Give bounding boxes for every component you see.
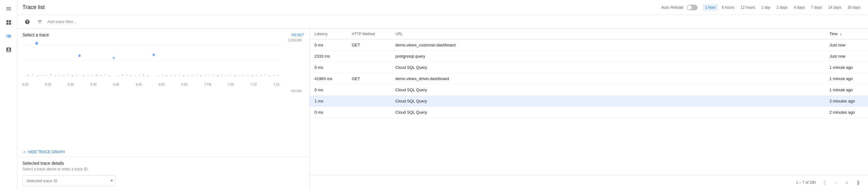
table-row[interactable]: 0 ms Cloud SQL Query 1 minute ago — [310, 84, 868, 96]
graph-title: Select a trace — [22, 32, 49, 37]
trace-details-subtitle: Select a trace above or enter a trace ID… — [22, 167, 304, 171]
svg-point-30 — [135, 75, 136, 76]
auto-reload-label: Auto Reload — [661, 5, 683, 10]
analytics-icon[interactable] — [2, 44, 15, 56]
trace-table: Latency HTTP Method URL Time ↓ — [310, 29, 868, 118]
left-panel: Select a trace RESET 1,500,000 750,000 — [18, 29, 310, 190]
reset-button[interactable]: RESET — [291, 33, 304, 37]
filter-icon-btn[interactable] — [35, 17, 45, 27]
topbar: Trace list Auto Reload 1 hour 6 hours 12… — [18, 0, 868, 15]
col-header-time[interactable]: Time ↓ — [825, 29, 868, 39]
table-row[interactable]: 0 ms Cloud SQL Query 1 minute ago — [310, 62, 868, 73]
svg-point-29 — [130, 75, 131, 76]
svg-point-61 — [273, 75, 274, 76]
x-label-5: 6:45 — [136, 83, 142, 86]
help-icon-btn[interactable] — [22, 17, 32, 27]
hide-graph-button[interactable]: HIDE TRACE GRAPH — [18, 147, 309, 157]
svg-point-12 — [50, 74, 52, 75]
svg-point-32 — [143, 74, 145, 75]
svg-point-21 — [92, 75, 93, 76]
svg-point-45 — [205, 75, 206, 76]
svg-point-54 — [243, 75, 244, 76]
svg-point-57 — [256, 75, 257, 76]
svg-point-24 — [105, 75, 106, 75]
table-row[interactable]: 0 ms Cloud SQL Query 2 minutes ago — [310, 107, 868, 118]
svg-point-33 — [148, 75, 149, 76]
svg-point-23 — [100, 75, 101, 76]
table-row[interactable]: 1 ms Cloud SQL Query 2 minutes ago — [310, 96, 868, 107]
trace-id-input-wrapper: × — [22, 175, 116, 186]
svg-point-43 — [196, 75, 197, 75]
svg-point-10 — [42, 75, 43, 76]
svg-point-8 — [32, 75, 33, 75]
time-btn-12h[interactable]: 12 hours — [738, 4, 758, 11]
x-label-7: 6:55 — [181, 83, 187, 86]
last-page-button[interactable]: ⟫ — [853, 178, 863, 188]
cell-time: 1 minute ago — [825, 73, 868, 84]
trace-details: Selected trace details Select a trace ab… — [18, 157, 309, 190]
x-label-1: 6:25 — [45, 83, 51, 86]
time-btn-4d[interactable]: 4 days — [791, 4, 807, 11]
svg-point-22 — [96, 75, 97, 76]
svg-point-41 — [188, 75, 189, 76]
svg-point-18 — [76, 75, 77, 76]
cell-latency: 0 ms — [310, 107, 347, 118]
pagination-info: 1 – 7 of 290 — [796, 180, 816, 185]
next-page-button[interactable]: › — [842, 178, 852, 188]
svg-point-35 — [162, 75, 163, 75]
trace-id-input[interactable] — [22, 175, 116, 186]
x-label-11: 7:15 — [273, 83, 279, 86]
cell-url: Cloud SQL Query — [390, 107, 825, 118]
topbar-right: Auto Reload 1 hour 6 hours 12 hours 1 da… — [661, 4, 863, 11]
table-row[interactable]: 0 ms GET demo.views_customer.dashboard J… — [310, 39, 868, 51]
cell-time: Just now — [825, 39, 868, 51]
time-btn-1h[interactable]: 1 hour — [703, 4, 718, 11]
clear-trace-id-button[interactable]: × — [110, 178, 113, 183]
svg-point-59 — [265, 75, 266, 75]
col-header-url[interactable]: URL — [390, 29, 825, 39]
svg-point-16 — [68, 75, 69, 75]
cell-method — [347, 96, 390, 107]
menu-icon[interactable] — [2, 2, 15, 15]
auto-reload-toggle[interactable] — [686, 5, 698, 10]
prev-page-button[interactable]: ‹ — [831, 178, 841, 188]
svg-point-36 — [166, 75, 167, 76]
col-header-method[interactable]: HTTP Method — [347, 29, 390, 39]
time-btn-7d[interactable]: 7 days — [809, 4, 825, 11]
col-header-latency[interactable]: Latency — [310, 29, 347, 39]
cell-url: demo.views_customer.dashboard — [390, 39, 825, 51]
filter-placeholder: Add trace filter... — [47, 19, 76, 24]
x-label-6: 6:50 — [158, 83, 164, 86]
dashboard-icon[interactable] — [2, 16, 15, 29]
time-btn-6h[interactable]: 6 hours — [719, 4, 737, 11]
svg-point-14 — [59, 75, 60, 76]
trace-graph-svg[interactable] — [22, 38, 279, 82]
svg-point-44 — [200, 75, 202, 76]
cell-time: Just now — [825, 51, 868, 62]
svg-point-5 — [113, 57, 115, 59]
x-label-2: 6:30 — [68, 83, 74, 86]
x-axis: 6:20 6:25 6:30 6:35 6:40 6:45 6:50 6:55 … — [22, 82, 279, 87]
svg-point-15 — [63, 75, 64, 76]
table-row[interactable]: 41983 ms GET demo.views_driver.dashboard… — [310, 73, 868, 84]
svg-point-25 — [109, 75, 110, 76]
right-panel: Latency HTTP Method URL Time ↓ — [310, 29, 868, 190]
svg-point-28 — [126, 75, 127, 75]
svg-point-34 — [158, 75, 158, 76]
time-btn-1d[interactable]: 1 day — [759, 4, 773, 11]
time-btn-2d[interactable]: 2 days — [774, 4, 790, 11]
time-btn-30d[interactable]: 30 days — [845, 4, 863, 11]
time-btn-14d[interactable]: 14 days — [826, 4, 844, 11]
graph-area: 1,500,000 750,000 — [18, 38, 309, 147]
y-label-mid: 750,000 — [288, 89, 302, 93]
first-page-button[interactable]: ⟪ — [819, 178, 830, 188]
svg-point-50 — [226, 75, 227, 76]
list-icon[interactable] — [2, 30, 15, 43]
cell-time: 2 minutes ago — [825, 96, 868, 107]
table-header-row: Latency HTTP Method URL Time ↓ — [310, 29, 868, 39]
cell-method — [347, 107, 390, 118]
table-row[interactable]: 2333 ms postgresql.query Just now — [310, 51, 868, 62]
svg-point-7 — [28, 75, 29, 76]
table-body: 0 ms GET demo.views_customer.dashboard J… — [310, 39, 868, 118]
svg-point-26 — [118, 75, 118, 76]
